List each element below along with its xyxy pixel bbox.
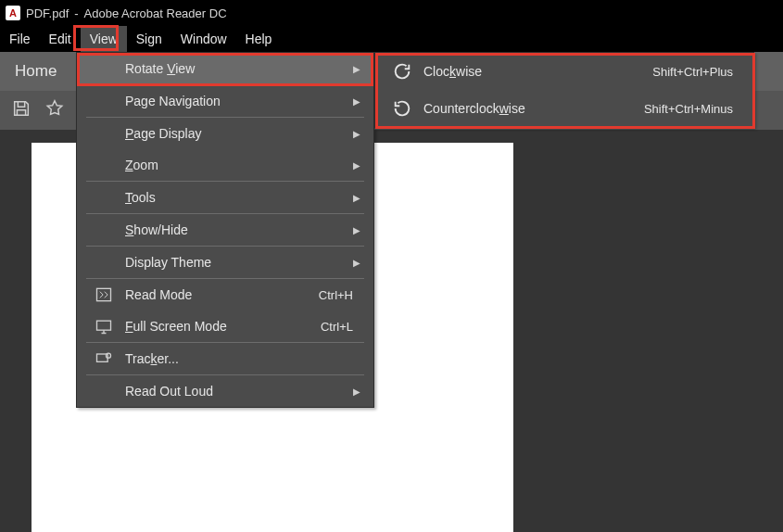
menu-page-display[interactable]: Page Display ▶ xyxy=(77,118,373,149)
read-mode-shortcut: Ctrl+H xyxy=(319,288,353,302)
menu-tools[interactable]: Tools ▶ xyxy=(77,182,373,213)
submenu-arrow-icon: ▶ xyxy=(353,64,360,74)
menu-page-navigation[interactable]: Page Navigation ▶ xyxy=(77,85,373,117)
menu-counterclockwise[interactable]: Counterclockwise Shift+Ctrl+Minus xyxy=(375,90,753,127)
full-screen-label: Full Screen Mode xyxy=(125,319,227,334)
rotate-view-submenu: Clockwise Shift+Ctrl+Plus Counterclockwi… xyxy=(374,52,754,128)
svg-rect-0 xyxy=(97,288,111,300)
menu-file[interactable]: File xyxy=(0,26,40,52)
submenu-arrow-icon: ▶ xyxy=(353,258,360,268)
menu-clockwise[interactable]: Clockwise Shift+Ctrl+Plus xyxy=(375,53,753,90)
page-navigation-label: Page Navigation xyxy=(125,94,353,108)
save-icon[interactable] xyxy=(11,98,32,122)
svg-rect-1 xyxy=(97,321,111,330)
menu-sign[interactable]: Sign xyxy=(127,26,171,52)
menu-display-theme[interactable]: Display Theme ▶ xyxy=(77,247,373,278)
menu-show-hide[interactable]: Show/Hide ▶ xyxy=(77,214,373,246)
rotate-counterclockwise-icon xyxy=(392,98,412,119)
submenu-arrow-icon: ▶ xyxy=(353,160,360,171)
tracker-icon xyxy=(94,348,114,369)
home-tab[interactable]: Home xyxy=(15,62,57,81)
show-hide-label: Show/Hide xyxy=(125,222,188,237)
zoom-label: Zoom xyxy=(125,158,158,172)
submenu-arrow-icon: ▶ xyxy=(353,129,360,139)
clockwise-label: Clockwise xyxy=(423,64,482,79)
submenu-arrow-icon: ▶ xyxy=(353,193,360,203)
read-mode-icon xyxy=(94,285,114,305)
full-screen-icon xyxy=(94,316,114,336)
star-icon[interactable] xyxy=(44,98,65,122)
menu-read-mode[interactable]: Read Mode Ctrl+H xyxy=(77,279,373,310)
menu-view[interactable]: View xyxy=(81,26,127,52)
title-appname: Adobe Acrobat Reader DC xyxy=(84,6,227,20)
menu-rotate-view[interactable]: Rotate View ▶ xyxy=(77,53,373,84)
menu-window[interactable]: Window xyxy=(171,26,236,52)
view-dropdown: Rotate View ▶ Page Navigation ▶ Page Dis… xyxy=(76,52,374,408)
svg-point-3 xyxy=(107,353,111,358)
menubar: File Edit View Sign Window Help xyxy=(0,26,783,52)
read-mode-label: Read Mode xyxy=(125,287,291,302)
counterclockwise-label: Counterclockwise xyxy=(423,101,525,116)
display-theme-label: Display Theme xyxy=(125,255,353,270)
submenu-arrow-icon: ▶ xyxy=(353,96,360,107)
menu-zoom[interactable]: Zoom ▶ xyxy=(77,149,373,181)
tracker-label: Tracker... xyxy=(125,351,179,366)
page-display-label: Page Display xyxy=(125,126,202,141)
submenu-arrow-icon: ▶ xyxy=(353,225,360,235)
title-dash: - xyxy=(74,6,78,20)
full-screen-shortcut: Ctrl+L xyxy=(321,320,353,334)
menu-full-screen[interactable]: Full Screen Mode Ctrl+L xyxy=(77,310,373,342)
acrobat-app-icon: A xyxy=(6,6,20,20)
menu-read-out-loud[interactable]: Read Out Loud ▶ xyxy=(77,375,373,407)
counterclockwise-shortcut: Shift+Ctrl+Minus xyxy=(644,102,733,116)
rotate-view-label: Rotate View xyxy=(125,61,195,76)
title-filename: PDF.pdf xyxy=(26,6,69,20)
read-out-loud-label: Read Out Loud xyxy=(125,384,353,399)
menu-edit[interactable]: Edit xyxy=(40,26,81,52)
menu-tracker[interactable]: Tracker... xyxy=(77,343,373,374)
titlebar: A PDF.pdf - Adobe Acrobat Reader DC xyxy=(0,0,783,26)
rotate-clockwise-icon xyxy=(392,61,412,82)
clockwise-shortcut: Shift+Ctrl+Plus xyxy=(652,65,733,79)
submenu-arrow-icon: ▶ xyxy=(353,386,360,397)
tools-label: Tools xyxy=(125,190,156,205)
menu-help[interactable]: Help xyxy=(236,26,282,52)
